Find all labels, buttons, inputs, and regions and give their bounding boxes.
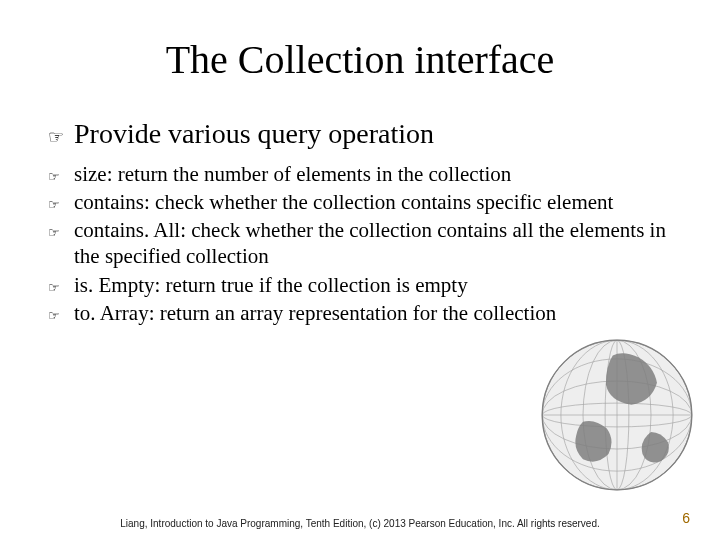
pointing-hand-icon: ☞ — [48, 303, 74, 325]
list-item: ☞ size: return the number of elements in… — [48, 161, 672, 187]
footer-copyright: Liang, Introduction to Java Programming,… — [0, 518, 720, 530]
pointing-hand-icon: ☞ — [48, 121, 74, 149]
globe-graphic — [532, 330, 702, 500]
sub-bullet-text: is. Empty: return true if the collection… — [74, 272, 468, 298]
page-number: 6 — [682, 510, 690, 526]
list-item: ☞ contains: check whether the collection… — [48, 189, 672, 215]
main-bullet: ☞ Provide various query operation — [48, 117, 672, 151]
pointing-hand-icon: ☞ — [48, 192, 74, 214]
sub-bullet-text: contains: check whether the collection c… — [74, 189, 613, 215]
main-bullet-text: Provide various query operation — [74, 117, 434, 151]
list-item: ☞ is. Empty: return true if the collecti… — [48, 272, 672, 298]
sub-bullet-text: contains. All: check whether the collect… — [74, 217, 672, 270]
sub-bullet-text: size: return the number of elements in t… — [74, 161, 511, 187]
list-item: ☞ to. Array: return an array representat… — [48, 300, 672, 326]
pointing-hand-icon: ☞ — [48, 220, 74, 242]
list-item: ☞ contains. All: check whether the colle… — [48, 217, 672, 270]
pointing-hand-icon: ☞ — [48, 164, 74, 186]
slide: The Collection interface ☞ Provide vario… — [0, 0, 720, 540]
slide-title: The Collection interface — [48, 36, 672, 83]
pointing-hand-icon: ☞ — [48, 275, 74, 297]
sub-bullet-list: ☞ size: return the number of elements in… — [48, 161, 672, 327]
sub-bullet-text: to. Array: return an array representatio… — [74, 300, 556, 326]
